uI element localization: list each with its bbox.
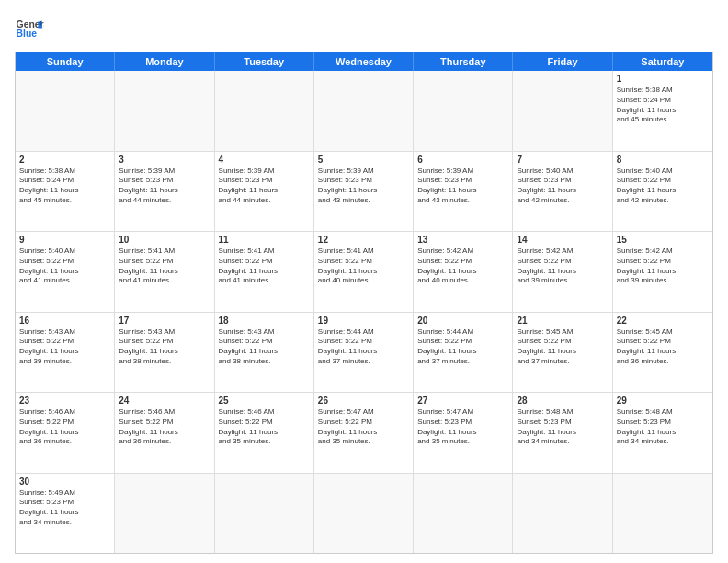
- cell-info: Sunrise: 5:46 AM Sunset: 5:22 PM Dayligh…: [219, 408, 310, 447]
- day-number: 21: [517, 316, 608, 326]
- day-number: 15: [617, 235, 709, 245]
- day-number: 29: [617, 396, 709, 406]
- cell-info: Sunrise: 5:45 AM Sunset: 5:22 PM Dayligh…: [517, 327, 608, 367]
- day-number: 8: [617, 155, 709, 165]
- day-number: 7: [517, 155, 608, 165]
- day-number: 3: [119, 155, 210, 165]
- cell-info: Sunrise: 5:39 AM Sunset: 5:23 PM Dayligh…: [219, 167, 310, 206]
- weekday-header-friday: Friday: [513, 52, 612, 71]
- cell-info: Sunrise: 5:38 AM Sunset: 5:24 PM Dayligh…: [617, 86, 709, 125]
- cell-info: Sunrise: 5:41 AM Sunset: 5:22 PM Dayligh…: [219, 247, 310, 286]
- cell-info: Sunrise: 5:42 AM Sunset: 5:22 PM Dayligh…: [417, 247, 508, 286]
- weekday-header-thursday: Thursday: [414, 52, 513, 71]
- calendar-cell: 25Sunrise: 5:46 AM Sunset: 5:22 PM Dayli…: [215, 393, 314, 473]
- day-number: 20: [417, 316, 508, 326]
- cell-info: Sunrise: 5:46 AM Sunset: 5:22 PM Dayligh…: [119, 408, 210, 447]
- cell-info: Sunrise: 5:41 AM Sunset: 5:22 PM Dayligh…: [119, 247, 210, 286]
- weekday-header-monday: Monday: [115, 52, 214, 71]
- cell-info: Sunrise: 5:45 AM Sunset: 5:22 PM Dayligh…: [617, 327, 709, 367]
- cell-info: Sunrise: 5:42 AM Sunset: 5:22 PM Dayligh…: [517, 247, 608, 286]
- cell-info: Sunrise: 5:48 AM Sunset: 5:23 PM Dayligh…: [617, 408, 709, 447]
- day-number: 6: [417, 155, 508, 165]
- calendar: SundayMondayTuesdayWednesdayThursdayFrid…: [15, 52, 713, 554]
- calendar-cell: [513, 71, 612, 151]
- cell-info: Sunrise: 5:44 AM Sunset: 5:22 PM Dayligh…: [318, 327, 409, 367]
- calendar-cell: [215, 71, 314, 151]
- day-number: 22: [617, 316, 709, 326]
- calendar-cell: 14Sunrise: 5:42 AM Sunset: 5:22 PM Dayli…: [513, 232, 612, 312]
- cell-info: Sunrise: 5:40 AM Sunset: 5:22 PM Dayligh…: [617, 167, 709, 206]
- calendar-cell: [314, 474, 414, 554]
- day-number: 24: [119, 396, 210, 406]
- day-number: 5: [318, 155, 409, 165]
- calendar-row-2: 9Sunrise: 5:40 AM Sunset: 5:22 PM Daylig…: [16, 231, 712, 312]
- cell-info: Sunrise: 5:40 AM Sunset: 5:23 PM Dayligh…: [517, 167, 608, 206]
- cell-info: Sunrise: 5:40 AM Sunset: 5:22 PM Dayligh…: [19, 247, 110, 286]
- calendar-body: 1Sunrise: 5:38 AM Sunset: 5:24 PM Daylig…: [16, 71, 712, 553]
- day-number: 13: [417, 235, 508, 245]
- calendar-cell: 3Sunrise: 5:39 AM Sunset: 5:23 PM Daylig…: [115, 152, 214, 232]
- calendar-cell: 7Sunrise: 5:40 AM Sunset: 5:23 PM Daylig…: [513, 152, 612, 232]
- day-number: 27: [417, 396, 508, 406]
- calendar-cell: [215, 474, 314, 554]
- calendar-cell: 24Sunrise: 5:46 AM Sunset: 5:22 PM Dayli…: [115, 393, 214, 473]
- day-number: 28: [517, 396, 608, 406]
- calendar-cell: 6Sunrise: 5:39 AM Sunset: 5:23 PM Daylig…: [414, 152, 513, 232]
- cell-info: Sunrise: 5:43 AM Sunset: 5:22 PM Dayligh…: [219, 327, 310, 367]
- calendar-cell: [16, 71, 115, 151]
- day-number: 26: [318, 396, 409, 406]
- cell-info: Sunrise: 5:47 AM Sunset: 5:23 PM Dayligh…: [417, 408, 508, 447]
- page: General Blue SundayMondayTuesdayWednesda…: [0, 0, 728, 563]
- calendar-cell: 2Sunrise: 5:38 AM Sunset: 5:24 PM Daylig…: [16, 152, 115, 232]
- logo: General Blue: [15, 15, 44, 44]
- weekday-header-sunday: Sunday: [16, 52, 115, 71]
- day-number: 10: [119, 235, 210, 245]
- calendar-cell: [414, 71, 513, 151]
- calendar-row-1: 2Sunrise: 5:38 AM Sunset: 5:24 PM Daylig…: [16, 151, 712, 232]
- calendar-cell: 28Sunrise: 5:48 AM Sunset: 5:23 PM Dayli…: [513, 393, 612, 473]
- calendar-cell: 1Sunrise: 5:38 AM Sunset: 5:24 PM Daylig…: [613, 71, 712, 151]
- cell-info: Sunrise: 5:49 AM Sunset: 5:23 PM Dayligh…: [19, 488, 110, 528]
- calendar-cell: 17Sunrise: 5:43 AM Sunset: 5:22 PM Dayli…: [115, 313, 214, 393]
- calendar-cell: [115, 71, 214, 151]
- calendar-cell: [115, 474, 214, 554]
- day-number: 18: [219, 316, 310, 326]
- day-number: 12: [318, 235, 409, 245]
- calendar-cell: 21Sunrise: 5:45 AM Sunset: 5:22 PM Dayli…: [513, 313, 612, 393]
- day-number: 4: [219, 155, 310, 165]
- calendar-cell: [613, 474, 712, 554]
- calendar-row-4: 23Sunrise: 5:46 AM Sunset: 5:22 PM Dayli…: [16, 392, 712, 473]
- calendar-cell: 12Sunrise: 5:41 AM Sunset: 5:22 PM Dayli…: [314, 232, 414, 312]
- calendar-cell: 5Sunrise: 5:39 AM Sunset: 5:23 PM Daylig…: [314, 152, 414, 232]
- calendar-row-0: 1Sunrise: 5:38 AM Sunset: 5:24 PM Daylig…: [16, 71, 712, 151]
- calendar-cell: 10Sunrise: 5:41 AM Sunset: 5:22 PM Dayli…: [115, 232, 214, 312]
- cell-info: Sunrise: 5:39 AM Sunset: 5:23 PM Dayligh…: [119, 167, 210, 206]
- calendar-cell: 11Sunrise: 5:41 AM Sunset: 5:22 PM Dayli…: [215, 232, 314, 312]
- svg-text:Blue: Blue: [17, 29, 38, 39]
- day-number: 9: [19, 235, 110, 245]
- day-number: 25: [219, 396, 310, 406]
- day-number: 30: [19, 477, 110, 487]
- day-number: 16: [19, 316, 110, 326]
- calendar-cell: 4Sunrise: 5:39 AM Sunset: 5:23 PM Daylig…: [215, 152, 314, 232]
- calendar-row-5: 30Sunrise: 5:49 AM Sunset: 5:23 PM Dayli…: [16, 473, 712, 554]
- cell-info: Sunrise: 5:43 AM Sunset: 5:22 PM Dayligh…: [119, 327, 210, 367]
- calendar-cell: 30Sunrise: 5:49 AM Sunset: 5:23 PM Dayli…: [16, 474, 115, 554]
- day-number: 11: [219, 235, 310, 245]
- weekday-header-saturday: Saturday: [613, 52, 712, 71]
- cell-info: Sunrise: 5:43 AM Sunset: 5:22 PM Dayligh…: [19, 327, 110, 367]
- day-number: 19: [318, 316, 409, 326]
- calendar-cell: 18Sunrise: 5:43 AM Sunset: 5:22 PM Dayli…: [215, 313, 314, 393]
- day-number: 17: [119, 316, 210, 326]
- cell-info: Sunrise: 5:41 AM Sunset: 5:22 PM Dayligh…: [318, 247, 409, 286]
- cell-info: Sunrise: 5:47 AM Sunset: 5:22 PM Dayligh…: [318, 408, 409, 447]
- calendar-row-3: 16Sunrise: 5:43 AM Sunset: 5:22 PM Dayli…: [16, 312, 712, 393]
- cell-info: Sunrise: 5:48 AM Sunset: 5:23 PM Dayligh…: [517, 408, 608, 447]
- calendar-cell: 8Sunrise: 5:40 AM Sunset: 5:22 PM Daylig…: [613, 152, 712, 232]
- calendar-cell: [314, 71, 414, 151]
- day-number: 23: [19, 396, 110, 406]
- calendar-cell: 9Sunrise: 5:40 AM Sunset: 5:22 PM Daylig…: [16, 232, 115, 312]
- calendar-cell: 23Sunrise: 5:46 AM Sunset: 5:22 PM Dayli…: [16, 393, 115, 473]
- cell-info: Sunrise: 5:46 AM Sunset: 5:22 PM Dayligh…: [19, 408, 110, 447]
- cell-info: Sunrise: 5:44 AM Sunset: 5:22 PM Dayligh…: [417, 327, 508, 367]
